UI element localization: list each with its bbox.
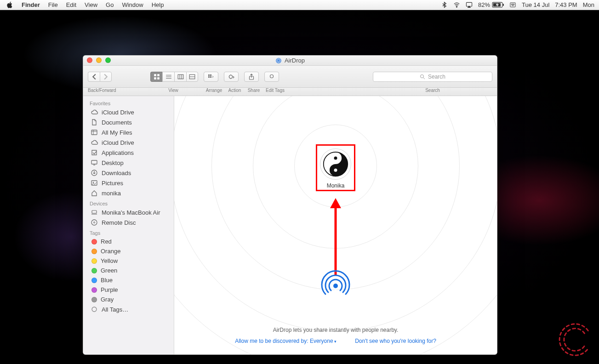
sidebar-item-label: Applications: [102, 149, 134, 156]
clock-time[interactable]: 7:43 PM: [555, 1, 577, 8]
coverflow-view-button[interactable]: [186, 72, 198, 82]
svg-rect-10: [157, 74, 160, 76]
sidebar: Favorites iCloud DriveDocumentsAll My Fi…: [83, 96, 174, 354]
airdrop-center-icon: [321, 270, 350, 301]
nav-buttons: [88, 72, 112, 82]
watermark-logo: [557, 322, 593, 358]
apps-icon: [91, 149, 98, 156]
bluetooth-icon[interactable]: [441, 1, 448, 8]
wifi-icon[interactable]: [453, 1, 460, 8]
label-share: Share: [245, 88, 262, 93]
nearby-device-name: Monika: [320, 182, 351, 189]
battery-percent: 82%: [478, 1, 490, 8]
sidebar-tag-orange[interactable]: Orange: [83, 246, 174, 256]
airdrop-footer: AirDrop lets you share instantly with pe…: [174, 327, 497, 344]
menu-go[interactable]: Go: [106, 1, 114, 8]
sidebar-item-label: Desktop: [102, 159, 124, 166]
doc-icon: [91, 119, 98, 126]
sidebar-item-label: Red: [101, 238, 112, 245]
action-button[interactable]: [224, 72, 239, 82]
view-switcher: [150, 72, 198, 82]
sidebar-fav-6[interactable]: Downloads: [83, 168, 174, 178]
column-view-button[interactable]: [174, 72, 186, 82]
sidebar-fav-1[interactable]: Documents: [83, 117, 174, 127]
nearby-device[interactable]: Monika: [316, 144, 355, 191]
sidebar-all-tags[interactable]: All Tags…: [83, 304, 174, 314]
airplay-icon[interactable]: [466, 1, 473, 8]
airdrop-message: AirDrop lets you share instantly with pe…: [174, 327, 497, 333]
label-nav: Back/Forward: [88, 88, 115, 93]
sidebar-fav-5[interactable]: Desktop: [83, 158, 174, 168]
svg-point-29: [333, 284, 338, 288]
desktop-icon: [91, 159, 98, 166]
sidebar-fav-2[interactable]: All My Files: [83, 127, 174, 137]
sidebar-item-label: Green: [101, 267, 117, 274]
sidebar-fav-0[interactable]: iCloud Drive: [83, 107, 174, 117]
airdrop-pane: Monika AirDrop lets you share instantly …: [174, 96, 497, 354]
search-field[interactable]: Search: [373, 72, 492, 82]
pictures-icon: [91, 179, 98, 187]
menu-edit[interactable]: Edit: [66, 1, 76, 8]
icon-view-button[interactable]: [150, 72, 162, 82]
list-view-button[interactable]: [162, 72, 174, 82]
clock-date[interactable]: Tue 14 Jul: [522, 1, 549, 8]
sidebar-item-label: Yellow: [101, 257, 118, 264]
sidebar-fav-8[interactable]: monika: [83, 188, 174, 198]
sidebar-item-label: Purple: [101, 286, 118, 293]
tag-dot-icon: [91, 258, 97, 264]
tag-dot-icon: [91, 297, 97, 302]
zoom-button[interactable]: [105, 57, 111, 63]
cloud-icon: [91, 108, 98, 116]
sidebar-tag-green[interactable]: Green: [83, 266, 174, 275]
menu-window[interactable]: Window: [122, 1, 143, 8]
toolbar: Search: [83, 66, 497, 88]
sidebar-item-label: Monika's MacBook Air: [102, 209, 160, 216]
label-arrange: Arrange: [204, 88, 224, 93]
sidebar-tag-purple[interactable]: Purple: [83, 285, 174, 295]
menu-file[interactable]: File: [48, 1, 58, 8]
tag-dot-icon: [91, 287, 97, 293]
label-action: Action: [224, 88, 245, 93]
all-tags-label: All Tags…: [102, 306, 128, 313]
clock-extra: Mon: [583, 1, 594, 8]
sidebar-item-label: Gray: [101, 296, 114, 303]
sidebar-tag-gray[interactable]: Gray: [83, 295, 174, 304]
menu-help[interactable]: Help: [152, 1, 164, 8]
share-button[interactable]: [244, 72, 259, 82]
minimize-button[interactable]: [96, 57, 102, 63]
tag-dot-icon: [91, 268, 97, 273]
sidebar-dev-0[interactable]: Monika's MacBook Air: [83, 207, 174, 217]
help-link[interactable]: Don't see who you're looking for?: [355, 338, 436, 344]
airdrop-title-icon: [275, 57, 282, 64]
sidebar-fav-7[interactable]: Pictures: [83, 178, 174, 188]
battery-status[interactable]: 82%: [478, 1, 504, 8]
app-name[interactable]: Finder: [22, 1, 40, 8]
disc-icon: [91, 219, 98, 226]
discoverable-dropdown[interactable]: Allow me to be discovered by: Everyone: [235, 338, 337, 344]
close-button[interactable]: [87, 57, 92, 63]
sidebar-tag-red[interactable]: Red: [83, 237, 174, 246]
sidebar-tag-yellow[interactable]: Yellow: [83, 256, 174, 266]
svg-point-25: [334, 156, 337, 159]
forward-button[interactable]: [100, 72, 112, 82]
titlebar[interactable]: AirDrop: [83, 56, 497, 66]
menu-view[interactable]: View: [85, 1, 97, 8]
downloads-icon: [91, 169, 98, 176]
sidebar-item-label: All My Files: [102, 129, 132, 136]
apple-menu-icon[interactable]: [6, 1, 13, 8]
sidebar-item-label: monika: [102, 190, 121, 197]
allfiles-icon: [91, 129, 98, 136]
svg-rect-1: [466, 2, 472, 6]
arrange-button[interactable]: [204, 72, 218, 82]
svg-point-26: [334, 169, 337, 172]
sidebar-dev-1[interactable]: Remote Disc: [83, 217, 174, 228]
all-tags-icon: [91, 306, 98, 313]
callout-arrow: [329, 198, 342, 278]
sidebar-fav-4[interactable]: Applications: [83, 148, 174, 158]
sidebar-fav-3[interactable]: iCloud Drive: [83, 137, 174, 148]
edit-tags-button[interactable]: [264, 72, 279, 82]
input-menu-icon[interactable]: [509, 1, 516, 8]
sidebar-tag-blue[interactable]: Blue: [83, 275, 174, 285]
favorites-header: Favorites: [83, 98, 174, 107]
back-button[interactable]: [88, 72, 100, 82]
